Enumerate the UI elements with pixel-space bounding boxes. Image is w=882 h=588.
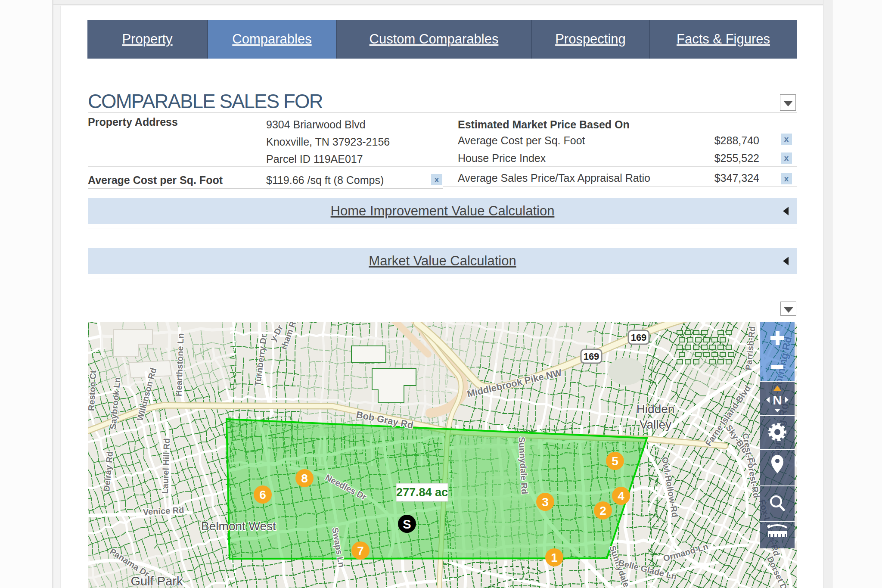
svg-text:7: 7 — [357, 544, 364, 557]
svg-text:N: N — [773, 393, 782, 407]
svg-text:Hidden: Hidden — [637, 402, 675, 416]
svg-text:Gulf Park: Gulf Park — [131, 574, 183, 588]
svg-text:169: 169 — [631, 332, 647, 343]
svg-text:1: 1 — [551, 551, 558, 564]
svg-text:5: 5 — [612, 454, 618, 468]
svg-text:3: 3 — [542, 495, 549, 509]
svg-text:2: 2 — [599, 504, 606, 517]
svg-text:277.84 ac: 277.84 ac — [396, 486, 448, 499]
svg-text:4: 4 — [618, 489, 624, 503]
svg-text:169: 169 — [584, 351, 599, 362]
svg-text:6: 6 — [259, 488, 266, 501]
svg-text:Laurel Hill Rd: Laurel Hill Rd — [160, 438, 171, 494]
svg-text:S: S — [403, 517, 411, 531]
svg-text:8: 8 — [301, 472, 308, 485]
svg-text:Belmont West: Belmont West — [201, 520, 276, 533]
svg-text:Valley: Valley — [640, 418, 671, 431]
